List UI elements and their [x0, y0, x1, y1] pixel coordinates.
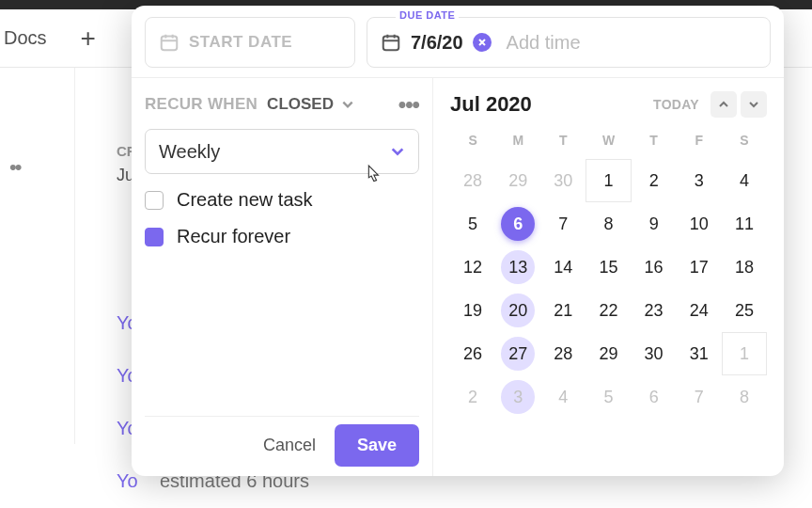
calendar-day[interactable]: 18 — [722, 246, 767, 289]
start-date-field[interactable]: START DATE — [145, 17, 355, 68]
calendar-day[interactable]: 3 — [495, 375, 540, 419]
create-new-task-option[interactable]: Create new task — [145, 189, 419, 211]
recur-when-label: RECUR WHEN — [145, 95, 258, 114]
calendar-day[interactable]: 26 — [450, 332, 495, 375]
calendar-day[interactable]: 28 — [450, 159, 495, 202]
weekday-header: SMTWTFS — [450, 127, 767, 153]
calendar-day[interactable]: 17 — [677, 246, 722, 289]
start-date-placeholder: START DATE — [189, 33, 292, 52]
weekday-label: T — [632, 127, 677, 153]
clear-due-date-button[interactable] — [473, 33, 492, 52]
calendar-icon — [159, 32, 180, 53]
recurrence-pane: RECUR WHEN CLOSED ••• Weekly Create new … — [132, 78, 432, 476]
due-date-value: 7/6/20 — [411, 32, 463, 54]
due-date-field[interactable]: DUE DATE 7/6/20 Add time — [367, 17, 771, 68]
option-label: Recur forever — [177, 226, 290, 247]
calendar-day[interactable]: 24 — [677, 289, 722, 332]
recur-forever-option[interactable]: Recur forever — [145, 226, 419, 247]
option-label: Create new task — [177, 189, 313, 211]
calendar-day[interactable]: 31 — [677, 332, 722, 375]
calendar-day[interactable]: 14 — [540, 246, 586, 289]
calendar-day[interactable]: 8 — [722, 375, 767, 419]
calendar-day[interactable]: 15 — [586, 246, 631, 289]
calendar-day[interactable]: 12 — [450, 246, 495, 289]
calendar-day[interactable]: 21 — [540, 289, 586, 332]
month-label: Jul 2020 — [450, 92, 532, 117]
frequency-value: Weekly — [159, 141, 220, 163]
background-more-icon[interactable]: •• — [9, 155, 20, 180]
frequency-select[interactable]: Weekly — [145, 129, 419, 174]
modal-body: RECUR WHEN CLOSED ••• Weekly Create new … — [132, 77, 784, 476]
checkbox-checked-icon[interactable] — [145, 228, 164, 246]
chevron-down-icon — [390, 144, 405, 159]
calendar-day[interactable]: 5 — [586, 375, 631, 419]
calendar-day[interactable]: 22 — [586, 289, 631, 332]
calendar-day[interactable]: 4 — [722, 159, 767, 202]
prev-month-button[interactable] — [710, 91, 737, 118]
docs-tab[interactable]: Docs — [0, 27, 47, 49]
close-icon — [477, 38, 487, 47]
calendar-day[interactable]: 27 — [495, 332, 540, 375]
calendar-header: Jul 2020 TODAY — [450, 91, 767, 118]
calendar-grid: 2829301234567891011121314151617181920212… — [450, 159, 767, 419]
calendar-day[interactable]: 13 — [495, 246, 540, 289]
chevron-up-icon — [718, 99, 729, 110]
calendar-day[interactable]: 2 — [450, 375, 495, 419]
save-button[interactable]: Save — [335, 424, 419, 467]
calendar-day[interactable]: 28 — [540, 332, 586, 375]
calendar-pane: Jul 2020 TODAY SMTWTFS 28293012345678910… — [432, 78, 784, 476]
next-month-button[interactable] — [741, 91, 767, 118]
weekday-label: F — [677, 127, 722, 153]
calendar-day[interactable]: 20 — [495, 289, 540, 332]
chevron-down-icon — [341, 98, 354, 111]
weekday-label: W — [586, 127, 631, 153]
cancel-button[interactable]: Cancel — [244, 426, 335, 465]
background-sidebar — [0, 68, 75, 444]
more-options-button[interactable]: ••• — [398, 91, 419, 118]
today-button[interactable]: TODAY — [653, 97, 699, 112]
calendar-day[interactable]: 4 — [540, 375, 586, 419]
calendar-day[interactable]: 6 — [495, 202, 540, 246]
weekday-label: S — [722, 127, 767, 153]
recur-trigger-row[interactable]: RECUR WHEN CLOSED ••• — [145, 91, 419, 118]
calendar-day[interactable]: 5 — [450, 202, 495, 246]
add-tab-button[interactable]: + — [81, 24, 96, 54]
calendar-day[interactable]: 3 — [677, 159, 722, 202]
calendar-day[interactable]: 6 — [632, 375, 677, 419]
date-picker-modal: START DATE DUE DATE 7/6/20 Add time RECU… — [132, 6, 784, 476]
calendar-day[interactable]: 9 — [632, 202, 677, 246]
recur-status: CLOSED — [267, 95, 334, 114]
weekday-label: T — [540, 127, 586, 153]
calendar-day[interactable]: 7 — [677, 375, 722, 419]
calendar-day[interactable]: 1 — [722, 332, 767, 375]
svg-rect-0 — [162, 37, 178, 51]
chevron-down-icon — [748, 99, 759, 110]
calendar-day[interactable]: 1 — [586, 159, 631, 202]
weekday-label: S — [450, 127, 495, 153]
calendar-day[interactable]: 7 — [540, 202, 586, 246]
modal-footer: Cancel Save — [145, 416, 419, 476]
calendar-day[interactable]: 30 — [632, 332, 677, 375]
calendar-day[interactable]: 16 — [632, 246, 677, 289]
calendar-day[interactable]: 30 — [540, 159, 586, 202]
calendar-day[interactable]: 11 — [722, 202, 767, 246]
checkbox-unchecked-icon[interactable] — [145, 191, 164, 210]
calendar-day[interactable]: 19 — [450, 289, 495, 332]
calendar-day[interactable]: 8 — [586, 202, 631, 246]
calendar-day[interactable]: 23 — [632, 289, 677, 332]
date-inputs-row: START DATE DUE DATE 7/6/20 Add time — [132, 6, 784, 77]
calendar-day[interactable]: 25 — [722, 289, 767, 332]
add-time-button[interactable]: Add time — [507, 32, 581, 54]
calendar-day[interactable]: 2 — [632, 159, 677, 202]
calendar-icon — [381, 32, 401, 53]
weekday-label: M — [495, 127, 540, 153]
due-date-label: DUE DATE — [396, 9, 459, 21]
svg-rect-1 — [383, 37, 399, 51]
calendar-day[interactable]: 10 — [677, 202, 722, 246]
calendar-day[interactable]: 29 — [586, 332, 631, 375]
calendar-day[interactable]: 29 — [495, 159, 540, 202]
